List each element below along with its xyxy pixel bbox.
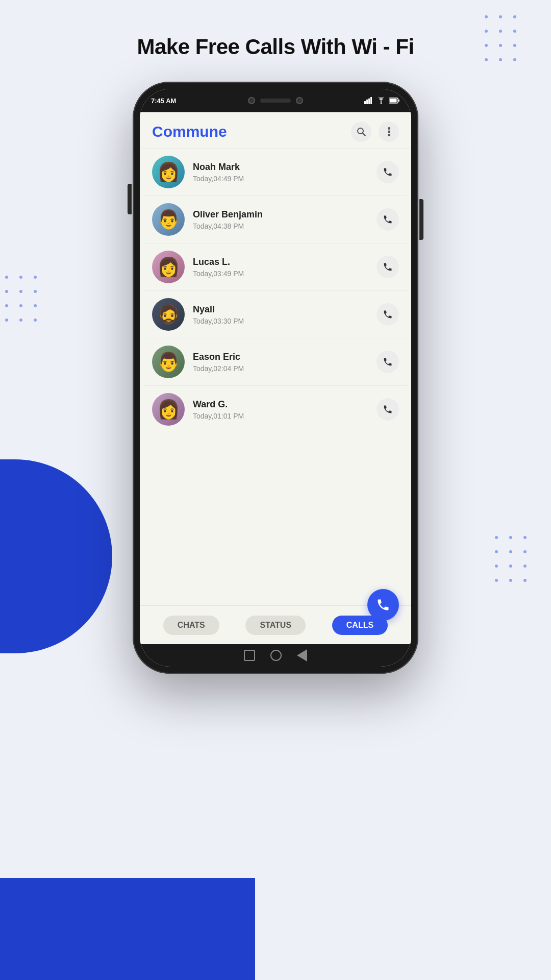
contact-time: Today,01:01 PM (193, 412, 368, 420)
status-bar: 7:45 AM (140, 89, 411, 112)
contact-time: Today,02:04 PM (193, 364, 368, 373)
svg-line-9 (363, 133, 365, 136)
front-camera (248, 97, 255, 104)
phone-icon (383, 214, 393, 225)
app-content: Commune (140, 112, 411, 644)
dots-decoration-left (5, 276, 41, 326)
call-button[interactable] (377, 398, 399, 421)
svg-point-12 (388, 134, 390, 136)
contact-info: Oliver Benjamin Today,04:38 PM (193, 209, 368, 230)
phone-icon (383, 262, 393, 272)
call-button[interactable] (377, 161, 399, 183)
signal-icon (364, 97, 373, 104)
contact-info: Ward G. Today,01:01 PM (193, 399, 368, 420)
contact-name: Lucas L. (193, 257, 368, 267)
app-header: Commune (140, 112, 411, 149)
svg-rect-3 (370, 97, 372, 104)
contact-item[interactable]: Ward G. Today,01:01 PM (144, 386, 407, 433)
more-icon (388, 127, 390, 136)
avatar (152, 346, 185, 378)
contact-time: Today,04:38 PM (193, 222, 368, 230)
contact-item[interactable]: Eason Eric Today,02:04 PM (144, 338, 407, 386)
phone-icon (383, 357, 393, 367)
contact-time: Today,03:49 PM (193, 270, 368, 278)
contact-info: Eason Eric Today,02:04 PM (193, 352, 368, 373)
page-headline: Make Free Calls With Wi - Fi (0, 35, 551, 59)
app-title: Commune (152, 123, 227, 140)
contact-name: Noah Mark (193, 162, 368, 173)
svg-rect-6 (390, 99, 397, 103)
phone-mockup: 7:45 AM (133, 82, 418, 674)
search-button[interactable] (351, 121, 371, 142)
contact-info: Nyall Today,03:30 PM (193, 304, 368, 325)
svg-point-10 (388, 127, 390, 130)
sensor (296, 97, 303, 104)
phone-icon (383, 309, 393, 320)
avatar (152, 203, 185, 236)
call-button[interactable] (377, 303, 399, 326)
contact-item[interactable]: Noah Mark Today,04:49 PM (144, 149, 407, 196)
tab-chats[interactable]: CHATS (163, 616, 219, 635)
contact-name: Nyall (193, 304, 368, 315)
contact-name: Oliver Benjamin (193, 209, 368, 220)
contact-time: Today,03:30 PM (193, 317, 368, 325)
svg-rect-7 (398, 100, 400, 102)
notch (224, 89, 327, 112)
call-button[interactable] (377, 351, 399, 373)
contact-info: Noah Mark Today,04:49 PM (193, 162, 368, 183)
phone-screen: 7:45 AM (140, 89, 411, 667)
avatar (152, 298, 185, 331)
contact-item[interactable]: Nyall Today,03:30 PM (144, 291, 407, 338)
svg-rect-0 (364, 101, 366, 104)
speaker (260, 99, 291, 103)
contact-name: Ward G. (193, 399, 368, 410)
bg-circle-decoration (0, 459, 112, 653)
svg-rect-2 (368, 99, 370, 104)
nav-square-button[interactable] (244, 650, 255, 661)
avatar (152, 251, 185, 283)
header-icons (351, 121, 399, 142)
home-bar (140, 644, 411, 667)
phone-icon (383, 167, 393, 177)
bg-bottom-decoration (0, 878, 255, 980)
contact-item[interactable]: Oliver Benjamin Today,04:38 PM (144, 196, 407, 243)
contact-info: Lucas L. Today,03:49 PM (193, 257, 368, 278)
phone-icon (383, 404, 393, 414)
fab-phone-icon (376, 598, 390, 612)
nav-back-button[interactable] (297, 649, 307, 662)
call-button[interactable] (377, 208, 399, 231)
avatar (152, 393, 185, 426)
contact-name: Eason Eric (193, 352, 368, 362)
battery-icon (389, 97, 400, 104)
dots-decoration-mid-right (495, 536, 531, 586)
tab-status[interactable]: STATUS (245, 616, 306, 635)
phone-frame: 7:45 AM (133, 82, 418, 674)
wifi-icon (377, 97, 386, 104)
svg-rect-1 (366, 100, 368, 104)
svg-point-11 (388, 131, 390, 133)
contact-item[interactable]: Lucas L. Today,03:49 PM (144, 243, 407, 291)
status-time: 7:45 AM (151, 97, 176, 105)
svg-point-4 (381, 103, 382, 104)
fab-call-button[interactable] (367, 589, 399, 621)
call-button[interactable] (377, 256, 399, 278)
search-icon (356, 127, 366, 137)
nav-home-button[interactable] (270, 650, 282, 661)
contact-list: Noah Mark Today,04:49 PM Oliver Benja (140, 149, 411, 605)
status-icons (364, 97, 400, 104)
contact-time: Today,04:49 PM (193, 175, 368, 183)
more-options-button[interactable] (379, 121, 399, 142)
avatar (152, 156, 185, 188)
